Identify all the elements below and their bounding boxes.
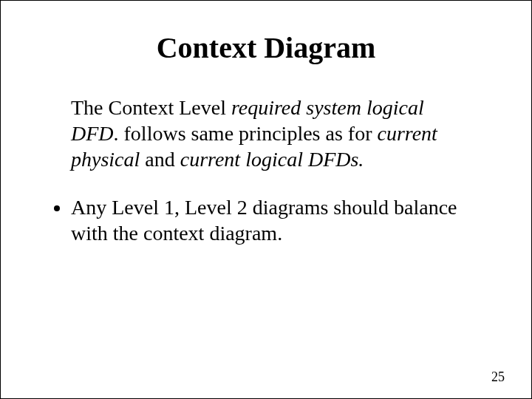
slide-title: Context Diagram: [38, 30, 494, 65]
italic-run: current logical DFDs.: [180, 148, 364, 171]
intro-paragraph: The Context Level required system logica…: [71, 95, 472, 172]
bullet-list: Any Level 1, Level 2 diagrams should bal…: [38, 194, 472, 246]
text-run: The Context Level: [71, 96, 231, 119]
slide: Context Diagram The Context Level requir…: [0, 0, 532, 399]
list-item: Any Level 1, Level 2 diagrams should bal…: [71, 194, 472, 246]
text-run: and: [140, 148, 180, 171]
text-run: . follows same principles as for: [114, 122, 378, 145]
page-number: 25: [491, 369, 505, 385]
